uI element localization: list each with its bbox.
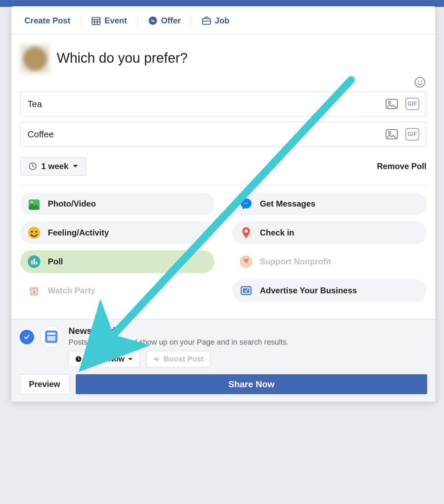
- svg-rect-6: [202, 19, 210, 24]
- tab-event-label: Event: [104, 16, 127, 25]
- svg-point-19: [31, 231, 33, 232]
- divider: [137, 15, 138, 27]
- destination-text: News Feed Posts are public and show up o…: [68, 326, 427, 367]
- poll-duration-dropdown[interactable]: 1 week: [20, 157, 86, 176]
- create-post-modal: Create Post Event % Offer Job Which do: [11, 6, 436, 402]
- feeling-icon: [27, 226, 41, 240]
- remove-poll-link[interactable]: Remove Poll: [377, 161, 426, 171]
- boost-post-label: Boost Post: [164, 355, 204, 364]
- svg-rect-25: [36, 262, 37, 264]
- gif-icon[interactable]: GIF: [405, 98, 419, 110]
- attach-watch-party-label: Watch Party: [48, 286, 95, 295]
- svg-point-14: [389, 132, 391, 134]
- nonprofit-icon: [239, 255, 253, 269]
- attach-check-in-label: Check in: [260, 228, 294, 238]
- gif-icon[interactable]: GIF: [405, 128, 419, 140]
- svg-rect-0: [92, 18, 100, 25]
- offer-badge-icon: %: [148, 16, 158, 25]
- photo-video-icon: [27, 197, 41, 211]
- svg-point-9: [418, 81, 419, 82]
- share-timing-label: Share Now: [85, 355, 125, 364]
- poll-icon: [27, 255, 41, 269]
- page-avatar: [20, 44, 50, 74]
- attach-get-messages-label: Get Messages: [260, 199, 315, 209]
- svg-point-18: [28, 227, 40, 239]
- poll-option-1-input[interactable]: [28, 99, 385, 109]
- boost-post-button: Boost Post: [146, 351, 210, 367]
- clock-solid-icon: [75, 356, 82, 363]
- megaphone-icon: [153, 356, 160, 363]
- destination-row: News Feed Posts are public and show up o…: [20, 326, 427, 367]
- divider: [81, 15, 81, 27]
- advertise-icon: [239, 284, 253, 297]
- poll-option-2-input[interactable]: [28, 129, 385, 140]
- attach-advertise-label: Advertise Your Business: [260, 286, 357, 295]
- svg-text:%: %: [151, 18, 155, 23]
- svg-point-8: [415, 77, 425, 87]
- destination-title: News Feed: [68, 326, 427, 336]
- poll-options: GIF GIF: [20, 92, 426, 147]
- emoji-row: [20, 74, 426, 90]
- attach-check-in[interactable]: Check in: [232, 221, 426, 244]
- attach-watch-party: Watch Party: [20, 279, 214, 302]
- svg-point-17: [31, 201, 33, 203]
- attachment-grid: Photo/Video Get Messages Feeling/Activit…: [20, 192, 426, 302]
- news-feed-icon: [40, 326, 62, 348]
- tab-offer-label: Offer: [161, 16, 181, 25]
- preview-button[interactable]: Preview: [20, 374, 70, 394]
- tab-offer[interactable]: % Offer: [148, 16, 181, 25]
- poll-duration-label: 1 week: [41, 161, 68, 171]
- divider: [191, 15, 191, 27]
- calendar-icon: [91, 16, 101, 25]
- attach-feeling-activity[interactable]: Feeling/Activity: [20, 221, 214, 244]
- poll-option-2: GIF: [20, 122, 426, 147]
- chevron-down-icon: [73, 165, 78, 168]
- bottom-actions: Preview Share Now: [20, 374, 427, 394]
- tab-event[interactable]: Event: [91, 16, 127, 25]
- attach-feeling-activity-label: Feeling/Activity: [48, 228, 109, 238]
- photo-icon[interactable]: [385, 128, 399, 140]
- clock-icon: [28, 162, 37, 171]
- attach-photo-video[interactable]: Photo/Video: [20, 192, 214, 215]
- destination-subtitle: Posts are public and show up on your Pag…: [68, 338, 427, 347]
- location-pin-icon: [239, 226, 253, 240]
- tab-job-label: Job: [215, 16, 230, 25]
- poll-settings-row: 1 week Remove Poll: [20, 157, 426, 185]
- attach-poll[interactable]: Poll: [20, 250, 214, 273]
- photo-icon[interactable]: [385, 98, 399, 110]
- svg-point-21: [244, 230, 248, 233]
- messenger-icon: [239, 197, 253, 211]
- attach-poll-label: Poll: [48, 257, 63, 266]
- briefcase-icon: [202, 16, 211, 25]
- svg-point-20: [35, 231, 37, 232]
- tab-create-post[interactable]: Create Post: [21, 16, 70, 25]
- composer-body: Which do you prefer? GIF: [11, 34, 435, 319]
- question-row: Which do you prefer?: [20, 44, 426, 74]
- attach-get-messages[interactable]: Get Messages: [232, 192, 426, 215]
- facebook-topbar: [0, 0, 444, 7]
- attach-photo-video-label: Photo/Video: [48, 199, 96, 209]
- attach-support-nonprofit: Support Nonprofit: [232, 250, 426, 273]
- tab-job[interactable]: Job: [202, 16, 230, 25]
- svg-rect-24: [33, 259, 35, 265]
- attach-advertise[interactable]: Advertise Your Business: [232, 279, 426, 302]
- chevron-down-icon: [128, 358, 133, 361]
- watch-party-icon: [27, 284, 41, 297]
- share-timing-dropdown[interactable]: Share Now: [68, 351, 139, 367]
- poll-question-input[interactable]: Which do you prefer?: [57, 44, 426, 66]
- composer-tabs: Create Post Event % Offer Job: [11, 7, 435, 34]
- share-now-button[interactable]: Share Now: [76, 374, 427, 394]
- composer-footer: News Feed Posts are public and show up o…: [11, 319, 435, 402]
- svg-point-10: [421, 81, 422, 82]
- emoji-picker-icon[interactable]: [414, 76, 426, 88]
- tab-create-post-label: Create Post: [24, 16, 70, 25]
- attach-support-nonprofit-label: Support Nonprofit: [260, 257, 331, 266]
- destination-checked-icon[interactable]: [20, 330, 34, 344]
- poll-option-1: GIF: [20, 92, 426, 116]
- svg-rect-23: [31, 261, 33, 265]
- svg-point-12: [389, 102, 391, 104]
